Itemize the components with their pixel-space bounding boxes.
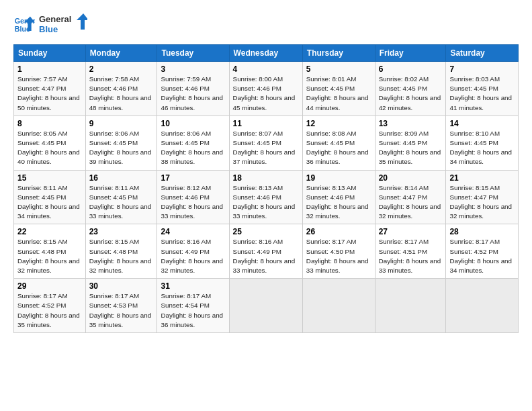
day-number: 23 <box>89 227 154 236</box>
day-info: Sunrise: 8:03 AMSunset: 4:45 PMDaylight:… <box>449 75 512 111</box>
day-info: Sunrise: 8:08 AMSunset: 4:45 PMDaylight:… <box>306 130 369 166</box>
calendar-cell: 3Sunrise: 7:59 AMSunset: 4:46 PMDaylight… <box>157 62 229 116</box>
day-number: 5 <box>306 64 371 74</box>
calendar-cell: 15Sunrise: 8:11 AMSunset: 4:45 PMDayligh… <box>14 170 86 224</box>
calendar-week-5: 29Sunrise: 8:17 AMSunset: 4:52 PMDayligh… <box>14 279 519 333</box>
calendar-week-2: 8Sunrise: 8:05 AMSunset: 4:45 PMDaylight… <box>14 116 519 170</box>
day-info: Sunrise: 8:11 AMSunset: 4:45 PMDaylight:… <box>89 184 152 220</box>
calendar-cell <box>375 279 446 333</box>
calendar-cell: 9Sunrise: 8:06 AMSunset: 4:45 PMDaylight… <box>85 116 157 170</box>
calendar-cell: 24Sunrise: 8:16 AMSunset: 4:49 PMDayligh… <box>157 224 229 279</box>
calendar-cell: 22Sunrise: 8:15 AMSunset: 4:48 PMDayligh… <box>14 224 86 279</box>
day-info: Sunrise: 7:57 AMSunset: 4:47 PMDaylight:… <box>17 75 80 111</box>
calendar-cell <box>229 279 302 333</box>
day-number: 27 <box>379 227 443 236</box>
day-number: 12 <box>306 119 371 128</box>
day-number: 1 <box>17 64 82 74</box>
day-number: 31 <box>161 281 225 291</box>
day-number: 29 <box>17 281 82 291</box>
calendar-cell: 16Sunrise: 8:11 AMSunset: 4:45 PMDayligh… <box>85 170 157 224</box>
day-number: 18 <box>233 173 299 183</box>
day-number: 7 <box>449 64 515 74</box>
col-header-tuesday: Tuesday <box>157 45 229 62</box>
day-info: Sunrise: 8:07 AMSunset: 4:45 PMDaylight:… <box>233 130 296 166</box>
day-number: 9 <box>89 119 154 128</box>
day-info: Sunrise: 8:17 AMSunset: 4:53 PMDaylight:… <box>89 292 152 328</box>
header: General Blue General Blue <box>13 12 519 38</box>
day-info: Sunrise: 8:13 AMSunset: 4:46 PMDaylight:… <box>306 184 369 220</box>
day-info: Sunrise: 8:10 AMSunset: 4:45 PMDaylight:… <box>449 130 512 166</box>
calendar-cell: 19Sunrise: 8:13 AMSunset: 4:46 PMDayligh… <box>302 170 375 224</box>
day-info: Sunrise: 8:06 AMSunset: 4:45 PMDaylight:… <box>89 130 152 166</box>
day-info: Sunrise: 8:17 AMSunset: 4:54 PMDaylight:… <box>161 292 223 328</box>
calendar-table: SundayMondayTuesdayWednesdayThursdayFrid… <box>13 44 519 333</box>
day-number: 17 <box>161 173 225 183</box>
day-info: Sunrise: 8:14 AMSunset: 4:47 PMDaylight:… <box>379 184 441 220</box>
calendar-cell: 5Sunrise: 8:01 AMSunset: 4:45 PMDaylight… <box>302 62 375 116</box>
day-info: Sunrise: 8:17 AMSunset: 4:52 PMDaylight:… <box>17 292 80 328</box>
day-info: Sunrise: 8:13 AMSunset: 4:46 PMDaylight:… <box>233 184 296 220</box>
day-number: 25 <box>233 227 299 236</box>
calendar-cell: 11Sunrise: 8:07 AMSunset: 4:45 PMDayligh… <box>229 116 302 170</box>
day-number: 6 <box>379 64 443 74</box>
calendar-cell: 1Sunrise: 7:57 AMSunset: 4:47 PMDaylight… <box>14 62 86 116</box>
day-number: 28 <box>449 227 515 236</box>
day-number: 19 <box>306 173 371 183</box>
day-info: Sunrise: 8:16 AMSunset: 4:49 PMDaylight:… <box>233 238 296 274</box>
col-header-friday: Friday <box>375 45 446 62</box>
calendar-cell: 23Sunrise: 8:15 AMSunset: 4:48 PMDayligh… <box>85 224 157 279</box>
logo-icon: General Blue <box>13 14 35 36</box>
day-info: Sunrise: 8:17 AMSunset: 4:51 PMDaylight:… <box>379 238 441 274</box>
day-number: 3 <box>161 64 225 74</box>
calendar-cell <box>446 279 519 333</box>
day-number: 14 <box>449 119 515 128</box>
day-info: Sunrise: 8:02 AMSunset: 4:45 PMDaylight:… <box>379 75 441 111</box>
day-number: 30 <box>89 281 154 291</box>
day-info: Sunrise: 8:15 AMSunset: 4:48 PMDaylight:… <box>17 238 80 274</box>
calendar-cell: 30Sunrise: 8:17 AMSunset: 4:53 PMDayligh… <box>85 279 157 333</box>
calendar-cell: 17Sunrise: 8:12 AMSunset: 4:46 PMDayligh… <box>157 170 229 224</box>
col-header-thursday: Thursday <box>302 45 375 62</box>
day-info: Sunrise: 8:16 AMSunset: 4:49 PMDaylight:… <box>161 238 223 274</box>
calendar-cell: 31Sunrise: 8:17 AMSunset: 4:54 PMDayligh… <box>157 279 229 333</box>
calendar-week-1: 1Sunrise: 7:57 AMSunset: 4:47 PMDaylight… <box>14 62 519 116</box>
calendar-header-row: SundayMondayTuesdayWednesdayThursdayFrid… <box>14 45 519 62</box>
logo: General Blue General Blue <box>13 12 87 38</box>
calendar-cell: 14Sunrise: 8:10 AMSunset: 4:45 PMDayligh… <box>446 116 519 170</box>
svg-marker-5 <box>77 13 87 30</box>
page: General Blue General Blue SundayMondayTu… <box>0 0 532 411</box>
calendar-cell: 4Sunrise: 8:00 AMSunset: 4:46 PMDaylight… <box>229 62 302 116</box>
col-header-saturday: Saturday <box>446 45 519 62</box>
calendar-cell: 21Sunrise: 8:15 AMSunset: 4:47 PMDayligh… <box>446 170 519 224</box>
calendar-cell: 10Sunrise: 8:06 AMSunset: 4:45 PMDayligh… <box>157 116 229 170</box>
day-number: 16 <box>89 173 154 183</box>
calendar-cell: 8Sunrise: 8:05 AMSunset: 4:45 PMDaylight… <box>14 116 86 170</box>
day-number: 13 <box>379 119 443 128</box>
day-number: 10 <box>161 119 225 128</box>
calendar-cell: 26Sunrise: 8:17 AMSunset: 4:50 PMDayligh… <box>302 224 375 279</box>
calendar-cell: 18Sunrise: 8:13 AMSunset: 4:46 PMDayligh… <box>229 170 302 224</box>
col-header-wednesday: Wednesday <box>229 45 302 62</box>
calendar-week-3: 15Sunrise: 8:11 AMSunset: 4:45 PMDayligh… <box>14 170 519 224</box>
day-info: Sunrise: 8:17 AMSunset: 4:50 PMDaylight:… <box>306 238 369 274</box>
calendar-cell: 20Sunrise: 8:14 AMSunset: 4:47 PMDayligh… <box>375 170 446 224</box>
svg-text:General: General <box>39 14 71 24</box>
day-info: Sunrise: 8:17 AMSunset: 4:52 PMDaylight:… <box>449 238 512 274</box>
day-info: Sunrise: 8:00 AMSunset: 4:46 PMDaylight:… <box>233 75 296 111</box>
col-header-sunday: Sunday <box>14 45 86 62</box>
calendar-cell: 29Sunrise: 8:17 AMSunset: 4:52 PMDayligh… <box>14 279 86 333</box>
day-number: 11 <box>233 119 299 128</box>
day-info: Sunrise: 8:06 AMSunset: 4:45 PMDaylight:… <box>161 130 223 166</box>
day-info: Sunrise: 8:01 AMSunset: 4:45 PMDaylight:… <box>306 75 369 111</box>
calendar-cell: 13Sunrise: 8:09 AMSunset: 4:45 PMDayligh… <box>375 116 446 170</box>
calendar-cell: 2Sunrise: 7:58 AMSunset: 4:46 PMDaylight… <box>85 62 157 116</box>
day-info: Sunrise: 8:12 AMSunset: 4:46 PMDaylight:… <box>161 184 223 220</box>
svg-text:Blue: Blue <box>39 24 58 34</box>
day-number: 8 <box>17 119 82 128</box>
calendar-cell: 25Sunrise: 8:16 AMSunset: 4:49 PMDayligh… <box>229 224 302 279</box>
calendar-cell: 27Sunrise: 8:17 AMSunset: 4:51 PMDayligh… <box>375 224 446 279</box>
day-number: 21 <box>449 173 515 183</box>
day-number: 20 <box>379 173 443 183</box>
day-info: Sunrise: 8:15 AMSunset: 4:47 PMDaylight:… <box>449 184 512 220</box>
col-header-monday: Monday <box>85 45 157 62</box>
